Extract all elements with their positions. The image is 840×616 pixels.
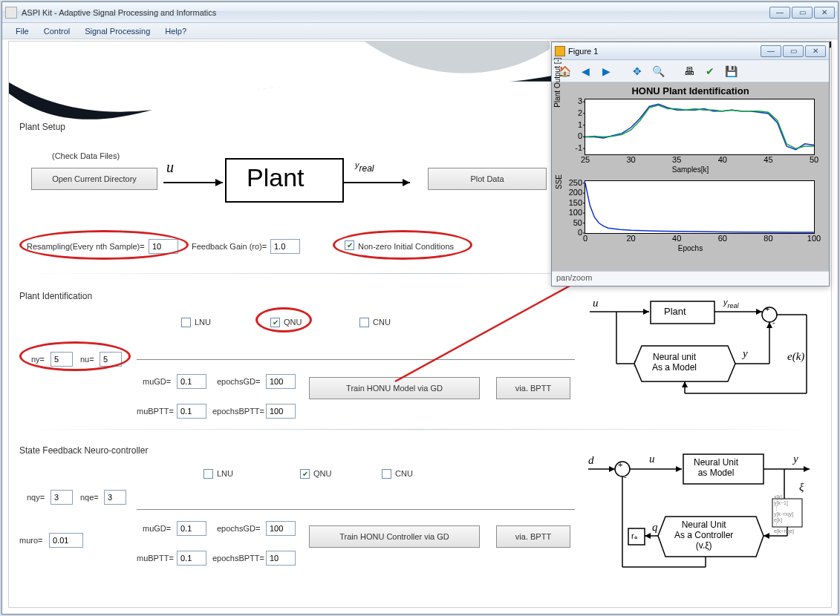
bot-ylabel: SSE <box>555 160 563 204</box>
forward-icon[interactable]: ▶ <box>598 63 614 79</box>
svg-marker-6 <box>643 309 649 315</box>
nu-input[interactable] <box>100 352 122 367</box>
muro-input[interactable] <box>49 533 83 548</box>
ctrl-qnu-label: QNU <box>313 469 331 478</box>
nqy-input[interactable] <box>51 490 73 505</box>
svg-marker-34 <box>804 466 810 472</box>
plant-block-diagram: u Plant yreal <box>157 153 425 205</box>
svg-text:-: - <box>772 318 775 327</box>
pan-icon[interactable]: ✥ <box>629 63 645 79</box>
check-icon[interactable]: ✔ <box>702 63 718 79</box>
resampling-label: Resampling(Every nth Sample)= <box>27 242 145 251</box>
train-ctrl-bptt-button[interactable]: via. BPTT <box>496 525 570 548</box>
svg-text:45: 45 <box>764 155 772 164</box>
id-lnu-label: LNU <box>195 318 211 327</box>
train-ctrl-gd-button[interactable]: Train HONU Controller via GD <box>309 525 480 548</box>
id-muGD-input[interactable] <box>177 374 206 389</box>
svg-marker-22 <box>682 381 688 387</box>
id-epochsGD-input[interactable] <box>266 374 296 389</box>
nonzero-checkbox[interactable] <box>345 240 354 250</box>
minimize-button[interactable]: — <box>769 7 790 19</box>
controller-diagram: +- d u Neural Unit as Model y ξ q <box>587 448 824 582</box>
id-muBPTT-input[interactable] <box>177 404 206 419</box>
top-ylabel: Plant Output [-] <box>553 53 561 112</box>
id-cnu-checkbox[interactable] <box>359 318 369 327</box>
ctrl-epochsGD-input[interactable] <box>266 521 296 536</box>
plant-setup-heading: Plant Setup <box>19 122 65 132</box>
train-model-bptt-button[interactable]: via. BPTT <box>496 377 570 399</box>
zoom-icon[interactable]: 🔍 <box>650 63 666 79</box>
feedback-input[interactable] <box>270 239 300 254</box>
nonzero-label: Non-zero Initial Conditions <box>358 242 454 251</box>
maximize-button[interactable]: ▭ <box>792 7 813 19</box>
ny-input[interactable] <box>51 352 73 367</box>
fig-minimize-button[interactable]: — <box>761 45 781 57</box>
svg-text:20: 20 <box>626 234 635 243</box>
ctrl-divider <box>137 509 575 510</box>
svg-marker-17 <box>766 322 772 328</box>
configure-icon[interactable]: 🖶 <box>681 63 697 79</box>
svg-text:200: 200 <box>569 188 582 197</box>
figure-plot-area: HONU Plant Identification Plant Output [… <box>552 82 829 271</box>
ctrl-qnu-checkbox[interactable] <box>300 469 310 479</box>
nu-label: nu= <box>80 355 94 364</box>
svg-text:0: 0 <box>578 131 582 140</box>
resampling-input[interactable] <box>149 239 178 254</box>
train-model-gd-button[interactable]: Train HONU Model via GD <box>309 377 480 399</box>
ctrl-cnu-checkbox[interactable] <box>382 469 391 479</box>
ctrl-muBPTT-label: muBPTT= <box>137 554 174 563</box>
svg-text:+: + <box>765 304 769 313</box>
ctrl-muGD-input[interactable] <box>177 521 206 536</box>
figure-statusbar: pan/zoom <box>552 271 829 286</box>
fig-maximize-button[interactable]: ▭ <box>783 45 804 57</box>
menu-control[interactable]: Control <box>36 25 77 37</box>
id-lnu-checkbox[interactable] <box>181 318 191 327</box>
fig-close-button[interactable]: ✕ <box>805 45 826 57</box>
check-files-label: (Check Data Files) <box>52 151 120 160</box>
id-epochsBPTT-input[interactable] <box>266 404 296 419</box>
svg-text:100: 100 <box>807 234 821 243</box>
svg-text:40: 40 <box>672 234 681 243</box>
save-icon[interactable]: 💾 <box>723 63 739 79</box>
menu-file[interactable]: File <box>8 25 36 37</box>
id-epochsBPTT-label: epochsBPTT= <box>212 407 264 416</box>
ctrl-lnu-checkbox[interactable] <box>204 469 213 479</box>
svg-text:1: 1 <box>578 120 582 129</box>
top-xlabel: Samples[k] <box>552 166 829 174</box>
ny-label: ny= <box>31 355 45 364</box>
chart-top[interactable]: 253035404550-10123 <box>585 99 815 155</box>
yreal-symbol: yreal <box>355 154 374 174</box>
feedback-label: Feedback Gain (ro)= <box>192 242 267 251</box>
menu-signal-processing[interactable]: Signal Processing <box>77 25 157 37</box>
svg-text:0: 0 <box>583 234 587 243</box>
close-button[interactable]: ✕ <box>814 7 835 19</box>
ctrl-cnu-label: CNU <box>395 469 413 478</box>
back-icon[interactable]: ◀ <box>577 63 593 79</box>
ctrl-lnu-label: LNU <box>217 469 233 478</box>
nqy-label: nqy= <box>27 493 45 502</box>
svg-marker-1 <box>215 179 223 186</box>
u-symbol: u <box>166 159 174 176</box>
svg-text:150: 150 <box>569 198 582 207</box>
menu-help[interactable]: Help? <box>157 25 194 37</box>
svg-marker-39 <box>645 533 651 539</box>
id-qnu-checkbox[interactable] <box>270 318 280 327</box>
ctrl-epochsBPTT-label: epochsBPTT= <box>212 554 264 563</box>
nqe-input[interactable] <box>104 490 126 505</box>
chart-bottom[interactable]: 020406080100050100150200250 <box>585 180 815 234</box>
svg-text:-: - <box>624 472 627 481</box>
plot-data-button[interactable]: Plot Data <box>428 168 547 190</box>
nqe-label: nqe= <box>80 493 99 502</box>
controller-heading: State Feedback Neuro-controller <box>19 445 148 456</box>
ctrl-epochsBPTT-input[interactable] <box>266 551 296 566</box>
figure-title: Figure 1 <box>568 47 761 56</box>
menubar: File Control Signal Processing Help? <box>2 23 838 39</box>
svg-text:50: 50 <box>810 155 818 164</box>
ctrl-muBPTT-input[interactable] <box>177 551 206 566</box>
figure-toolbar: 🏠 ◀ ▶ ✥ 🔍 🖶 ✔ 💾 <box>552 60 829 82</box>
id-qnu-label: QNU <box>284 318 302 327</box>
open-directory-button[interactable]: Open Current Directory <box>31 168 157 190</box>
app-icon <box>5 7 17 19</box>
svg-text:50: 50 <box>573 218 582 227</box>
muro-label: muro= <box>19 536 43 545</box>
